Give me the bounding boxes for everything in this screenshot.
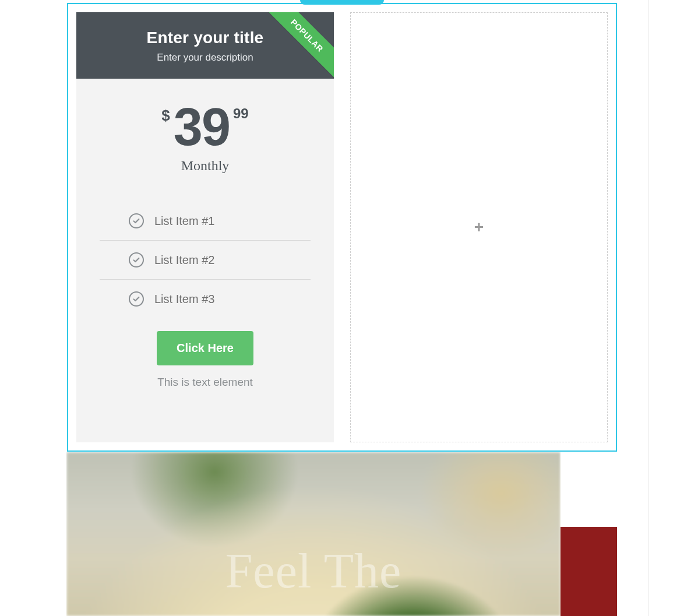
pricing-below-text[interactable]: This is text element bbox=[76, 376, 334, 389]
check-circle-icon bbox=[129, 252, 144, 267]
plus-icon: + bbox=[474, 219, 484, 235]
list-item[interactable]: List Item #3 bbox=[100, 280, 311, 318]
empty-widget-dropzone[interactable]: + bbox=[350, 12, 608, 442]
right-guide-line bbox=[648, 0, 649, 616]
feature-list: List Item #1 List Item #2 bbox=[100, 202, 311, 318]
price-cents: 99 bbox=[233, 105, 249, 122]
popular-ribbon[interactable]: POPULAR bbox=[260, 12, 334, 83]
hero-headline: Feel The bbox=[66, 543, 560, 599]
pricing-header: Enter your title Enter your description … bbox=[76, 12, 334, 79]
list-item[interactable]: List Item #1 bbox=[100, 202, 311, 241]
price-amount: 39 bbox=[174, 101, 230, 153]
column-right[interactable]: + bbox=[350, 12, 608, 442]
pricing-card[interactable]: Enter your title Enter your description … bbox=[76, 12, 334, 442]
price-line: $ 39 99 bbox=[161, 101, 248, 153]
editor-selection-frame[interactable]: Enter your title Enter your description … bbox=[67, 3, 617, 452]
editor-columns: Enter your title Enter your description … bbox=[68, 4, 616, 450]
price-block[interactable]: $ 39 99 Monthly bbox=[76, 79, 334, 181]
pricing-description[interactable]: Enter your description bbox=[89, 52, 321, 64]
section-handle-tab[interactable] bbox=[300, 0, 384, 5]
cta-button[interactable]: Click Here bbox=[157, 331, 253, 365]
hero-section: Feel The bbox=[66, 452, 560, 616]
price-period: Monthly bbox=[82, 158, 328, 174]
hero-side-panel bbox=[560, 527, 617, 616]
pricing-title[interactable]: Enter your title bbox=[89, 29, 321, 47]
feature-label: List Item #3 bbox=[154, 293, 214, 306]
check-circle-icon bbox=[129, 291, 144, 307]
list-item[interactable]: List Item #2 bbox=[100, 241, 311, 280]
page-root: Feel The Enter your title Enter your des… bbox=[0, 0, 698, 616]
feature-label: List Item #1 bbox=[154, 214, 214, 228]
feature-label: List Item #2 bbox=[154, 254, 214, 267]
check-circle-icon bbox=[129, 213, 144, 228]
column-left[interactable]: Enter your title Enter your description … bbox=[76, 12, 334, 442]
cta-wrap: Click Here bbox=[76, 331, 334, 365]
price-currency: $ bbox=[161, 107, 170, 125]
